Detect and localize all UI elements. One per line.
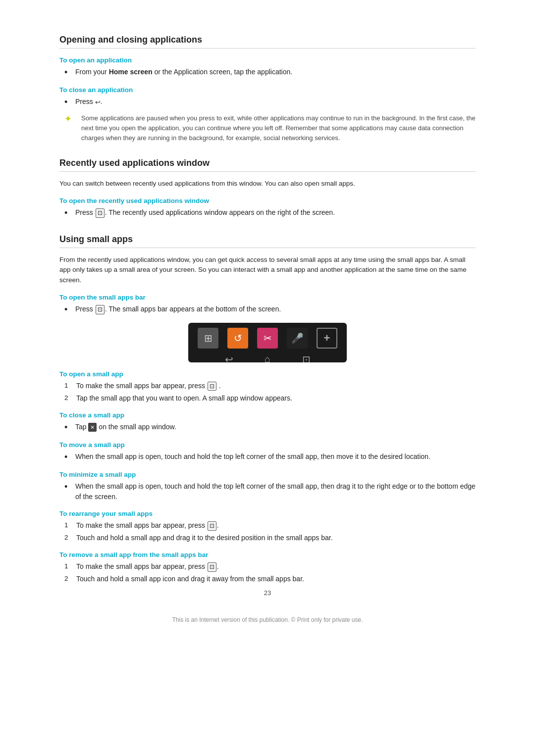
mic-icon: 🎤	[291, 332, 304, 344]
open-bar-item: • Press ⊡. The small apps bar appears at…	[64, 304, 476, 315]
open-small-step2-text: Tap the small app that you want to open.…	[76, 393, 476, 403]
open-small-step2: 2 Tap the small app that you want to ope…	[64, 393, 476, 403]
step-num-1: 1	[64, 381, 73, 391]
open-small-step1: 1 To make the small apps bar appear, pre…	[64, 381, 476, 391]
rearrange-step1-icon: ⊡	[208, 521, 216, 531]
x-icon: ✕	[88, 423, 97, 432]
open-application-text: From your Home screen or the Application…	[75, 67, 476, 78]
bottom-back-icon: ↩	[225, 353, 233, 362]
bar-icon-grid: ⊞	[198, 328, 218, 349]
bullet-dot: •	[64, 67, 72, 78]
subtitle-remove: To remove a small app from the small app…	[59, 551, 476, 558]
page-footer: This is an Internet version of this publ…	[59, 616, 476, 623]
bar-icon-orange: ↺	[227, 328, 248, 349]
remove-step1-icon: ⊡	[208, 562, 216, 572]
small-apps-bar-image: ⊞ ↺ ✂ 🎤 + ↩ ⌂ ⊡	[188, 323, 347, 362]
bullet-minimize-small: •	[64, 481, 72, 502]
remove-step2: 2 Touch and hold a small app icon and dr…	[64, 574, 476, 584]
section-title-small-apps: Using small apps	[59, 234, 476, 248]
rearrange-num-1: 1	[64, 520, 73, 531]
remove-num-2: 2	[64, 574, 73, 584]
open-bar-icon: ⊡	[96, 305, 105, 314]
subtitle-open-recent: To open the recently used applications w…	[59, 197, 476, 204]
section-title-recently: Recently used applications window	[59, 158, 476, 172]
open-bar-text: Press ⊡. The small apps bar appears at t…	[75, 304, 476, 315]
open-small-step1-text: To make the small apps bar appear, press…	[76, 381, 476, 391]
minimize-small-item: • When the small app is open, touch and …	[64, 481, 476, 502]
bullet-close-small: •	[64, 422, 72, 433]
bar-back-icon: ↩	[219, 353, 238, 362]
move-small-text: When the small app is open, touch and ho…	[75, 452, 476, 463]
rearrange-num-2: 2	[64, 533, 73, 543]
orange-icon: ↺	[234, 332, 242, 344]
subtitle-close-small: To close a small app	[59, 411, 476, 419]
bar-icon-mic: 🎤	[287, 328, 308, 349]
close-application-item: • Press ↩.	[64, 97, 476, 108]
bar-icon-plus: +	[317, 328, 337, 349]
plus-icon: +	[324, 332, 330, 345]
rearrange-step2: 2 Touch and hold a small app and drag it…	[64, 533, 476, 543]
subtitle-open-application: To open an application	[59, 56, 476, 64]
bottom-home-icon: ⌂	[265, 353, 270, 362]
rearrange-step2-text: Touch and hold a small app and drag it t…	[76, 533, 476, 543]
bar-recent-icon: ⊡	[297, 353, 316, 362]
recent-apps-icon: ⊡	[96, 208, 105, 218]
remove-step2-text: Touch and hold a small app icon and drag…	[76, 574, 476, 584]
subtitle-move-small: To move a small app	[59, 441, 476, 449]
tip-star-icon: ✦	[64, 113, 78, 143]
bullet-dot-recent: •	[64, 207, 72, 219]
section-title-opening: Opening and closing applications	[59, 35, 476, 49]
close-application-text: Press ↩.	[75, 97, 476, 108]
subtitle-open-bar: To open the small apps bar	[59, 294, 476, 301]
close-small-item: • Tap ✕ on the small app window.	[64, 422, 476, 433]
subtitle-open-small: To open a small app	[59, 370, 476, 378]
open-recent-item: • Press ⊡. The recently used application…	[64, 207, 476, 219]
bullet-move-small: •	[64, 452, 72, 463]
open-recent-text: Press ⊡. The recently used applications …	[75, 207, 476, 219]
tip-box: ✦ Some applications are paused when you …	[64, 113, 476, 143]
bar-home-icon: ⌂	[258, 353, 277, 362]
recently-intro: You can switch between recently used app…	[59, 179, 476, 189]
bar-bottom-row: ↩ ⌂ ⊡	[188, 352, 347, 362]
step-num-2: 2	[64, 393, 73, 403]
page-number: 23	[59, 589, 476, 597]
pink-icon: ✂	[264, 332, 272, 344]
grid-icon: ⊞	[204, 332, 213, 344]
open-application-item: • From your Home screen or the Applicati…	[64, 67, 476, 78]
remove-step1-text: To make the small apps bar appear, press…	[76, 561, 476, 572]
subtitle-minimize-small: To minimize a small app	[59, 471, 476, 478]
small-apps-intro: From the recently used applications wind…	[59, 255, 476, 286]
subtitle-rearrange: To rearrange your small apps	[59, 510, 476, 517]
bullet-dot-bar: •	[64, 304, 72, 315]
rearrange-step1-text: To make the small apps bar appear, press…	[76, 520, 476, 531]
bottom-recent-icon: ⊡	[302, 353, 311, 362]
tip-text: Some applications are paused when you pr…	[81, 113, 476, 143]
bar-top-row: ⊞ ↺ ✂ 🎤 +	[188, 323, 347, 352]
close-small-text: Tap ✕ on the small app window.	[75, 422, 476, 433]
back-icon: ↩	[95, 98, 101, 107]
remove-num-1: 1	[64, 561, 73, 572]
move-small-item: • When the small app is open, touch and …	[64, 452, 476, 463]
minimize-small-text: When the small app is open, touch and ho…	[75, 481, 476, 502]
bullet-dot-close: •	[64, 97, 72, 108]
remove-step1: 1 To make the small apps bar appear, pre…	[64, 561, 476, 572]
bar-icon-pink: ✂	[257, 328, 278, 349]
rearrange-step1: 1 To make the small apps bar appear, pre…	[64, 520, 476, 531]
subtitle-close-application: To close an application	[59, 86, 476, 94]
step1-icon: ⊡	[208, 382, 216, 391]
